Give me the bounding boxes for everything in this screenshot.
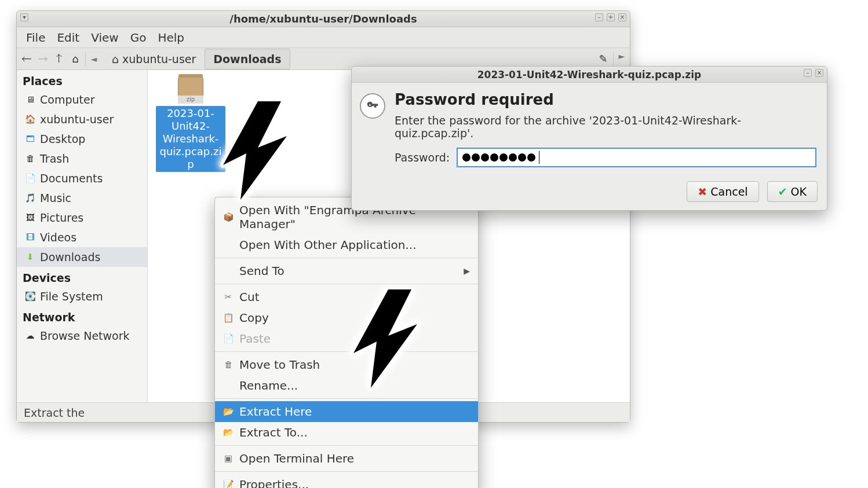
path-prev-button[interactable]: ◄ — [88, 54, 100, 64]
home-icon: 🏠 — [25, 114, 35, 124]
computer-icon: 🖥 — [25, 94, 35, 105]
sidebar-item-label: File System — [40, 290, 103, 303]
breadcrumb-current-label: Downloads — [213, 53, 281, 65]
pictures-icon: 🖼 — [25, 212, 35, 223]
close-button[interactable]: × — [618, 13, 626, 21]
password-input[interactable] — [457, 148, 816, 167]
file-label: 2023-01-Unit42-Wireshark-quiz.pcap.zip — [156, 106, 225, 172]
sidebar-item-documents[interactable]: 📄Documents — [17, 168, 147, 188]
context-menu: 📦Open With "Engrampa Archive Manager" Op… — [214, 197, 479, 488]
sidebar-item-desktop[interactable]: 🗔Desktop — [17, 129, 147, 149]
pw-title: 2023-01-Unit42-Wireshark-quiz.pcap.zip — [477, 69, 702, 80]
sidebar-item-browse-network[interactable]: ☁Browse Network — [17, 326, 147, 346]
maximize-button[interactable]: + — [607, 13, 615, 21]
home-icon: ⌂ — [112, 53, 119, 65]
ctx-rename[interactable]: Rename... — [215, 375, 478, 396]
sidebar-item-pictures[interactable]: 🖼Pictures — [17, 208, 147, 228]
toolbar-divider — [85, 52, 86, 66]
menu-go[interactable]: Go — [126, 28, 151, 47]
sidebar-item-downloads[interactable]: ⬇Downloads — [17, 247, 147, 267]
sidebar-item-label: Videos — [40, 231, 76, 244]
file-item-zip[interactable]: zip 2023-01-Unit42-Wireshark-quiz.pcap.z… — [156, 74, 225, 172]
sidebar-network-header: Network — [17, 306, 147, 326]
ctx-item-label: Copy — [239, 311, 269, 325]
sidebar-item-label: xubuntu-user — [40, 113, 114, 126]
ctx-item-label: Open With Other Application... — [239, 238, 417, 252]
music-icon: 🎵 — [25, 193, 35, 203]
ctx-separator — [215, 398, 478, 399]
fm-title: /home/xubuntu-user/Downloads — [229, 13, 417, 25]
cancel-icon: ✖ — [698, 185, 707, 198]
cancel-button[interactable]: ✖Cancel — [687, 181, 758, 202]
key-icon — [360, 93, 385, 119]
nav-back-button[interactable]: 🡐 — [19, 52, 34, 67]
ctx-move-to-trash[interactable]: 🗑Move to Trash — [215, 354, 478, 375]
sidebar-item-music[interactable]: 🎵Music — [17, 188, 147, 208]
menu-help[interactable]: Help — [153, 28, 189, 47]
ctx-copy[interactable]: 📋Copy — [215, 307, 478, 328]
close-button[interactable]: × — [815, 69, 823, 77]
sidebar-item-videos[interactable]: 🎞Videos — [17, 228, 147, 247]
menu-view[interactable]: View — [86, 28, 123, 47]
annotation-arrow-2 — [348, 289, 429, 388]
sidebar-item-trash[interactable]: 🗑Trash — [17, 149, 147, 168]
ctx-item-label: Paste — [239, 332, 271, 346]
sidebar-item-computer[interactable]: 🖥Computer — [17, 90, 147, 109]
ok-button[interactable]: ✔OK — [767, 181, 818, 202]
window-menu-button[interactable]: ▾ — [20, 13, 28, 21]
annotation-arrow-1 — [217, 101, 298, 200]
button-label: Cancel — [710, 185, 747, 198]
extract-to-icon: 📂 — [223, 427, 234, 438]
minimize-button[interactable]: – — [804, 69, 812, 77]
ctx-separator — [215, 258, 478, 258]
ctx-cut[interactable]: ✂Cut — [215, 287, 478, 307]
pw-titlebar[interactable]: 2023-01-Unit42-Wireshark-quiz.pcap.zip –… — [352, 67, 827, 83]
breadcrumb-parent[interactable]: ⌂ xubuntu-user — [103, 49, 205, 69]
sidebar-item-filesystem[interactable]: 💽File System — [17, 287, 147, 306]
text-caret — [539, 151, 539, 164]
menu-edit[interactable]: Edit — [52, 28, 84, 47]
nav-home-button[interactable]: ⌂ — [68, 52, 83, 67]
ctx-item-label: Send To — [239, 264, 285, 278]
ctx-item-label: Move to Trash — [239, 358, 320, 372]
ctx-extract-to[interactable]: 📂Extract To... — [215, 422, 478, 443]
sidebar-item-home[interactable]: 🏠xubuntu-user — [17, 109, 147, 129]
password-dialog: 2023-01-Unit42-Wireshark-quiz.pcap.zip –… — [351, 66, 827, 211]
network-icon: ☁ — [25, 331, 35, 341]
path-edit-button[interactable]: ✎ — [596, 52, 611, 67]
ctx-properties[interactable]: 📝Properties... — [215, 474, 478, 488]
sidebar-item-label: Music — [40, 192, 71, 204]
properties-icon: 📝 — [223, 479, 234, 488]
nav-forward-button[interactable]: 🡒 — [35, 52, 50, 67]
statusbar-text: Extract the — [24, 406, 85, 419]
ctx-extract-here[interactable]: 📂Extract Here — [215, 401, 478, 422]
sidebar-item-label: Computer — [40, 93, 94, 106]
ctx-item-label: Open Terminal Here — [239, 452, 354, 465]
ctx-item-label: Extract Here — [239, 405, 312, 419]
path-next-button[interactable]: ► — [616, 52, 628, 67]
ctx-item-label: Cut — [239, 290, 259, 304]
sidebar-item-label: Desktop — [40, 133, 85, 145]
password-mask-dots — [462, 153, 535, 162]
button-label: OK — [791, 185, 807, 198]
sidebar-item-label: Browse Network — [40, 329, 130, 342]
desktop-icon: 🗔 — [25, 134, 35, 144]
zip-archive-icon: zip — [172, 74, 209, 104]
minimize-button[interactable]: – — [595, 13, 603, 21]
ctx-separator — [215, 351, 478, 352]
nav-up-button[interactable]: 🡑 — [52, 52, 67, 67]
ctx-separator — [215, 445, 478, 446]
trash-icon: 🗑 — [25, 153, 35, 164]
ctx-open-terminal[interactable]: ▣Open Terminal Here — [215, 448, 478, 469]
paste-icon: 📄 — [223, 333, 234, 344]
trash-icon: 🗑 — [223, 359, 234, 370]
ctx-send-to[interactable]: Send To▶ — [215, 260, 478, 281]
sidebar-devices-header: Devices — [17, 267, 147, 287]
extract-icon: 📂 — [223, 406, 234, 417]
fm-titlebar[interactable]: ▾ /home/xubuntu-user/Downloads – + × — [17, 11, 630, 27]
ctx-open-with-other[interactable]: Open With Other Application... — [215, 234, 478, 255]
breadcrumb-current[interactable]: Downloads — [205, 49, 290, 69]
cut-icon: ✂ — [223, 292, 234, 302]
videos-icon: 🎞 — [25, 232, 35, 243]
menu-file[interactable]: File — [21, 28, 50, 47]
